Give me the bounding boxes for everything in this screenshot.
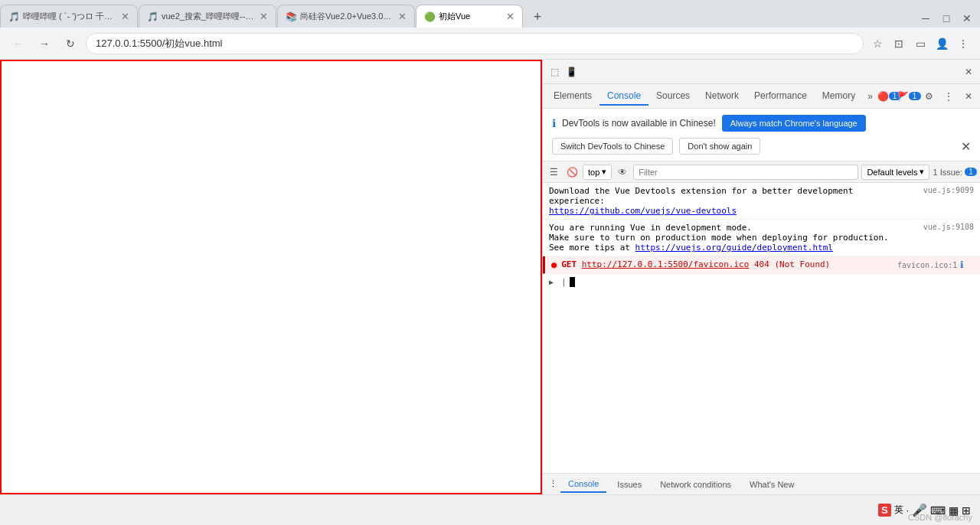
settings-icon[interactable]: ⚙ — [920, 88, 937, 105]
devtools-panel: ⬚ 📱 ✕ Elements Console Sources Network — [542, 60, 980, 494]
error-status: 404 (Not Found) — [754, 259, 830, 269]
console-sidebar-icon[interactable]: ☰ — [546, 165, 561, 180]
devtools-bottom-menu-icon[interactable]: ⋮ — [549, 479, 557, 489]
issues-text: 1 Issue: — [933, 168, 962, 177]
console-message-3-source[interactable]: favicon.ico:1 ℹ — [897, 259, 974, 270]
tab-performance[interactable]: Performance — [746, 87, 815, 106]
console-message-3-content: GET http://127.0.0.1:5500/favicon.ico 40… — [561, 259, 893, 269]
tab-2-close[interactable]: ✕ — [260, 11, 268, 22]
devtools-tab-icons: 🔴 1 🚩 1 ⚙ ⋮ ✕ — [880, 88, 977, 105]
address-input[interactable]: 127.0.0.1:5500/初始vue.html — [86, 33, 864, 54]
tab-3-favicon: 📚 — [286, 11, 296, 22]
error-source-text: favicon.ico:1 — [897, 261, 957, 269]
devtools-panel-close-icon[interactable]: ✕ — [960, 88, 977, 105]
bottom-tab-network-conditions[interactable]: Network conditions — [652, 477, 739, 492]
tab-1-title: 哔哩哔哩 ( `- ')つロ 千杯~--bili... — [23, 11, 117, 22]
minimize-icon[interactable]: ─ — [916, 9, 935, 28]
tab-4-title: 初始Vue — [439, 11, 502, 22]
tab-sources[interactable]: Sources — [648, 87, 697, 106]
tab-console[interactable]: Console — [599, 87, 648, 106]
device-toolbar-icon[interactable]: 📱 — [563, 64, 580, 80]
close-browser-icon[interactable]: ✕ — [958, 9, 976, 28]
tab-3-title: 尚硅谷Vue2.0+Vue3.0全套... — [300, 11, 394, 22]
maximize-icon[interactable]: □ — [937, 9, 956, 28]
devtools-notification: ℹ DevTools is now available in Chinese! … — [543, 109, 980, 161]
error-badge-icon[interactable]: 🔴 1 — [880, 88, 897, 105]
console-message-2-text-3: See more tips at https://vuejs.org/guide… — [549, 243, 893, 253]
tab-3[interactable]: 📚 尚硅谷Vue2.0+Vue3.0全套... ✕ — [277, 5, 415, 28]
split-tab-icon[interactable]: ▭ — [911, 34, 929, 53]
tab-4-close[interactable]: ✕ — [506, 11, 514, 22]
tab-1-favicon: 🎵 — [8, 11, 19, 22]
tab-2-favicon: 🎵 — [147, 11, 158, 22]
bookmark-star-icon[interactable]: ☆ — [868, 34, 887, 53]
tab-network-label: Network — [705, 90, 739, 101]
csdn-watermark: CSDN @florachy — [908, 513, 972, 522]
console-message-2-source[interactable]: vue.js:9108 — [897, 223, 974, 231]
more-tabs-button[interactable]: » — [863, 88, 877, 105]
address-bar: ← → ↻ 127.0.0.1:5500/初始vue.html ☆ ⊡ ▭ 👤 … — [0, 28, 980, 60]
tab-elements-label: Elements — [554, 90, 592, 101]
tab-elements[interactable]: Elements — [546, 87, 599, 106]
tab-1-close[interactable]: ✕ — [121, 11, 129, 22]
log-level-chevron: ▾ — [920, 167, 924, 177]
warning-count: 1 — [909, 92, 921, 100]
more-options-icon[interactable]: ⋮ — [940, 88, 957, 105]
log-level-dropdown[interactable]: Default levels ▾ — [861, 165, 929, 180]
taskbar: S 英 · 🎤 ⌨ ▦ ⊞ CSDN @florachy — [0, 494, 980, 525]
error-info-icon[interactable]: ℹ — [960, 259, 964, 270]
ime-english-icon[interactable]: 英 — [894, 504, 903, 517]
console-message-1-link: https://github.com/vuejs/vue-devtools — [549, 206, 893, 216]
tab-sources-label: Sources — [656, 90, 690, 101]
console-message-2-text-2: Make sure to turn on production mode whe… — [549, 233, 893, 243]
console-cursor — [570, 277, 575, 287]
console-message-2-content: You are running Vue in development mode.… — [549, 223, 893, 253]
tab-performance-label: Performance — [754, 90, 807, 101]
tab-4-favicon: 🟢 — [424, 11, 435, 22]
tab-2-title: vue2_搜索_哔哩哔哩--bilibili — [162, 11, 256, 22]
error-circle-icon: ● — [551, 259, 557, 270]
content-area: ⬚ 📱 ✕ Elements Console Sources Network — [0, 60, 980, 494]
tab-memory[interactable]: Memory — [815, 87, 863, 106]
forward-button[interactable]: → — [34, 33, 55, 54]
devtools-close-icon[interactable]: ✕ — [960, 64, 977, 80]
eye-icon[interactable]: 👁 — [615, 165, 630, 180]
back-button[interactable]: ← — [8, 33, 29, 54]
tab-bar: 🎵 哔哩哔哩 ( `- ')つロ 千杯~--bili... ✕ 🎵 vue2_搜… — [0, 0, 980, 28]
tab-2[interactable]: 🎵 vue2_搜索_哔哩哔哩--bilibili ✕ — [139, 5, 276, 28]
context-dropdown[interactable]: top ▾ — [583, 165, 612, 180]
bottom-tab-issues[interactable]: Issues — [609, 477, 649, 492]
match-language-button[interactable]: Always match Chrome's language — [722, 115, 866, 132]
console-message-3: ● GET http://127.0.0.1:5500/favicon.ico … — [543, 256, 980, 274]
bottom-tab-console[interactable]: Console — [560, 476, 606, 493]
switch-chinese-button[interactable]: Switch DevTools to Chinese — [552, 138, 673, 155]
error-url-link[interactable]: http://127.0.0.1:5500/favicon.ico — [582, 259, 750, 269]
reload-button[interactable]: ↻ — [60, 33, 81, 54]
tab-3-close[interactable]: ✕ — [398, 11, 407, 22]
profile-icon[interactable]: 👤 — [933, 34, 951, 53]
deployment-link[interactable]: https://vuejs.org/guide/deployment.html — [635, 243, 833, 253]
tab-network[interactable]: Network — [697, 87, 746, 106]
inspect-element-icon[interactable]: ⬚ — [546, 64, 563, 80]
console-toolbar: ☰ 🚫 top ▾ 👁 Default levels ▾ 1 Issue: 1 — [543, 161, 980, 183]
menu-icon[interactable]: ⋮ — [954, 34, 972, 53]
vue-devtools-link[interactable]: https://github.com/vuejs/vue-devtools — [549, 206, 737, 216]
error-method: GET — [561, 259, 582, 269]
tab-1[interactable]: 🎵 哔哩哔哩 ( `- ')つロ 千杯~--bili... ✕ — [0, 5, 138, 28]
notification-close-icon[interactable]: ✕ — [961, 139, 971, 154]
tab-search-icon[interactable]: ⊡ — [890, 34, 908, 53]
bottom-tab-whats-new[interactable]: What's New — [742, 477, 802, 492]
console-message-2-text-1: You are running Vue in development mode. — [549, 223, 893, 233]
issues-count[interactable]: 1 Issue: 1 — [933, 168, 977, 177]
dont-show-button[interactable]: Don't show again — [679, 138, 760, 155]
address-text: 127.0.0.1:5500/初始vue.html — [96, 37, 223, 51]
clear-console-icon[interactable]: 🚫 — [564, 165, 580, 180]
console-message-1: Download the Vue Devtools extension for … — [543, 183, 980, 220]
console-filter-input[interactable] — [633, 165, 858, 180]
devtools-header: ⬚ 📱 ✕ — [543, 60, 980, 84]
expand-arrow-icon[interactable]: ▶ — [549, 278, 558, 286]
warning-badge-icon[interactable]: 🚩 1 — [900, 88, 917, 105]
console-message-1-source[interactable]: vue.js:9099 — [897, 186, 974, 194]
tab-4[interactable]: 🟢 初始Vue ✕ — [416, 5, 523, 28]
new-tab-button[interactable]: + — [527, 6, 548, 28]
